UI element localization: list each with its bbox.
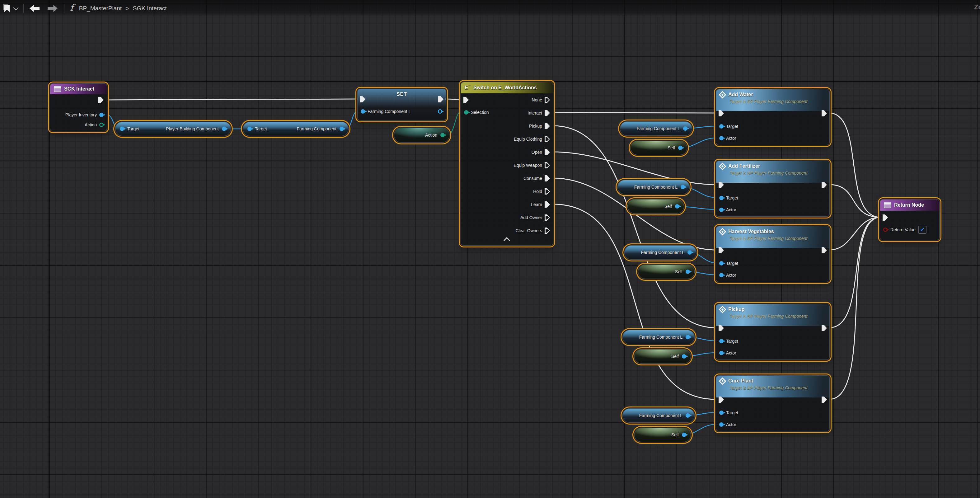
function-entry-icon bbox=[54, 86, 61, 92]
target-in-pin[interactable] bbox=[247, 127, 252, 131]
wire-exec-pickup-to-pickup bbox=[553, 126, 716, 328]
action-out-pin[interactable] bbox=[441, 133, 445, 137]
exec-in-pin[interactable] bbox=[719, 247, 724, 253]
exec-in-pin[interactable] bbox=[463, 97, 469, 103]
player-inventory-pin[interactable] bbox=[99, 113, 103, 117]
case-open-pin[interactable] bbox=[545, 149, 550, 155]
exec-out-pin[interactable] bbox=[98, 97, 103, 103]
bookmark-dropdown-chevron-icon[interactable] bbox=[13, 5, 19, 11]
case-add-owner-pin[interactable] bbox=[545, 215, 550, 221]
case-equip-weapon-pin[interactable] bbox=[545, 162, 550, 169]
node-set-farming-component[interactable]: SET Farming Component L bbox=[357, 89, 446, 121]
component-out-pin[interactable] bbox=[339, 127, 344, 131]
exec-out-pin[interactable] bbox=[822, 396, 827, 403]
exec-in-pin[interactable] bbox=[360, 96, 365, 102]
node-get-player-building-component[interactable]: Target Player Building Component bbox=[115, 122, 231, 136]
case-none-pin[interactable] bbox=[545, 97, 550, 103]
self-out-pin[interactable] bbox=[675, 204, 679, 208]
pin-label: Selection bbox=[471, 110, 489, 115]
case-interact-pin[interactable] bbox=[545, 110, 550, 116]
back-button[interactable] bbox=[27, 2, 40, 14]
exec-out-pin[interactable] bbox=[822, 325, 827, 331]
node-return[interactable]: Return Node Return Value ✔ bbox=[880, 199, 940, 240]
case-equip-clothing-pin[interactable] bbox=[545, 136, 550, 142]
node-title: Pickup bbox=[728, 307, 745, 312]
exec-in-pin[interactable] bbox=[719, 396, 724, 403]
node-get-action[interactable]: Action bbox=[394, 127, 449, 143]
node-call-cure-plant[interactable]: Cure Plant Target is BP Player Farming C… bbox=[716, 375, 830, 431]
target-in-pin[interactable] bbox=[719, 410, 724, 415]
variable-in-pin[interactable] bbox=[361, 109, 365, 114]
action-pin[interactable] bbox=[99, 123, 103, 127]
self-out-pin[interactable] bbox=[682, 354, 686, 358]
pin-label: Player Inventory bbox=[65, 112, 97, 117]
exec-out-pin[interactable] bbox=[822, 182, 827, 188]
case-hold-pin[interactable] bbox=[545, 188, 550, 194]
component-out-pin[interactable] bbox=[222, 127, 226, 131]
actor-in-pin[interactable] bbox=[719, 136, 724, 140]
variable-out-pin[interactable] bbox=[686, 335, 690, 339]
blueprint-graph-canvas[interactable]: SGK Interact Player Inventory Action Tar… bbox=[0, 0, 980, 498]
variable-out-pin[interactable] bbox=[687, 250, 692, 255]
target-in-pin[interactable] bbox=[719, 339, 724, 343]
pin-label: Self bbox=[675, 269, 682, 274]
variable-out-pin[interactable] bbox=[438, 109, 442, 114]
wire-exec-learn-to-cureplant bbox=[553, 204, 716, 399]
breadcrumb-separator-icon: > bbox=[126, 5, 129, 12]
node-get-farming-component-local-1[interactable]: Farming Component L bbox=[620, 121, 692, 136]
node-call-pickup[interactable]: Pickup Target is BP Player Farming Compo… bbox=[716, 304, 830, 360]
node-switch-worldactions[interactable]: E Switch on E_WorldActions Selection Non… bbox=[461, 82, 553, 246]
target-in-pin[interactable] bbox=[120, 127, 124, 131]
node-header: SGK Interact bbox=[50, 84, 107, 94]
target-in-pin[interactable] bbox=[719, 261, 724, 266]
pin-label: Target bbox=[726, 261, 738, 266]
exec-in-pin[interactable] bbox=[719, 182, 724, 188]
self-out-pin[interactable] bbox=[678, 146, 682, 150]
target-in-pin[interactable] bbox=[719, 124, 724, 129]
node-get-self-2[interactable]: Self bbox=[627, 199, 684, 213]
node-get-farming-component-local-3[interactable]: Farming Component L bbox=[624, 245, 697, 259]
node-call-add-water[interactable]: Add Water Target is BP Player Farming Co… bbox=[716, 89, 830, 145]
node-call-add-fertilizer[interactable]: Add Fertilizer Target is BP Player Farmi… bbox=[716, 161, 830, 216]
case-clear-owners-pin[interactable] bbox=[545, 228, 550, 234]
self-out-pin[interactable] bbox=[686, 269, 690, 274]
actor-in-pin[interactable] bbox=[719, 208, 724, 212]
variable-out-pin[interactable] bbox=[686, 413, 690, 418]
pin-label: Target bbox=[726, 196, 738, 200]
exec-out-pin[interactable] bbox=[438, 96, 444, 102]
exec-in-pin[interactable] bbox=[883, 215, 888, 221]
breadcrumb-root[interactable]: BP_MasterPlant bbox=[79, 5, 122, 12]
wire-exec-addfertilizer-to-return bbox=[829, 185, 880, 217]
bookmark-button[interactable] bbox=[4, 5, 10, 12]
variable-out-pin[interactable] bbox=[681, 185, 685, 189]
exec-out-pin[interactable] bbox=[822, 247, 827, 253]
node-get-farming-component-local-2[interactable]: Farming Component L bbox=[617, 180, 690, 194]
case-pickup-pin[interactable] bbox=[545, 123, 550, 129]
breadcrumb-current: SGK Interact bbox=[133, 5, 167, 12]
node-get-farming-component[interactable]: Target Farming Component bbox=[243, 122, 348, 136]
case-learn-pin[interactable] bbox=[545, 201, 550, 208]
case-consume-pin[interactable] bbox=[545, 175, 550, 181]
node-get-self-1[interactable]: Self bbox=[630, 141, 687, 155]
return-value-checkbox[interactable]: ✔ bbox=[918, 226, 926, 234]
node-call-harvest-vegetables[interactable]: Harvest Vegetables Target is BP Player F… bbox=[716, 226, 830, 282]
exec-out-pin[interactable] bbox=[822, 110, 827, 116]
exec-in-pin[interactable] bbox=[719, 325, 724, 331]
node-sgk-interact[interactable]: SGK Interact Player Inventory Action bbox=[50, 83, 107, 131]
actor-in-pin[interactable] bbox=[719, 351, 724, 355]
forward-button[interactable] bbox=[40, 2, 57, 14]
actor-in-pin[interactable] bbox=[719, 273, 724, 277]
selection-in-pin[interactable] bbox=[464, 110, 468, 115]
exec-in-pin[interactable] bbox=[719, 110, 724, 116]
node-get-self-3[interactable]: Self bbox=[638, 264, 695, 279]
target-in-pin[interactable] bbox=[719, 196, 724, 200]
self-out-pin[interactable] bbox=[682, 433, 686, 437]
actor-in-pin[interactable] bbox=[719, 422, 724, 427]
node-get-self-5[interactable]: Self bbox=[634, 428, 691, 442]
node-get-farming-component-local-5[interactable]: Farming Component L bbox=[622, 408, 695, 423]
return-value-pin[interactable] bbox=[883, 228, 888, 232]
variable-out-pin[interactable] bbox=[683, 126, 687, 131]
node-get-self-4[interactable]: Self bbox=[634, 349, 691, 364]
collapse-pins-chevron-icon[interactable] bbox=[504, 237, 510, 244]
node-get-farming-component-local-4[interactable]: Farming Component L bbox=[622, 330, 695, 344]
